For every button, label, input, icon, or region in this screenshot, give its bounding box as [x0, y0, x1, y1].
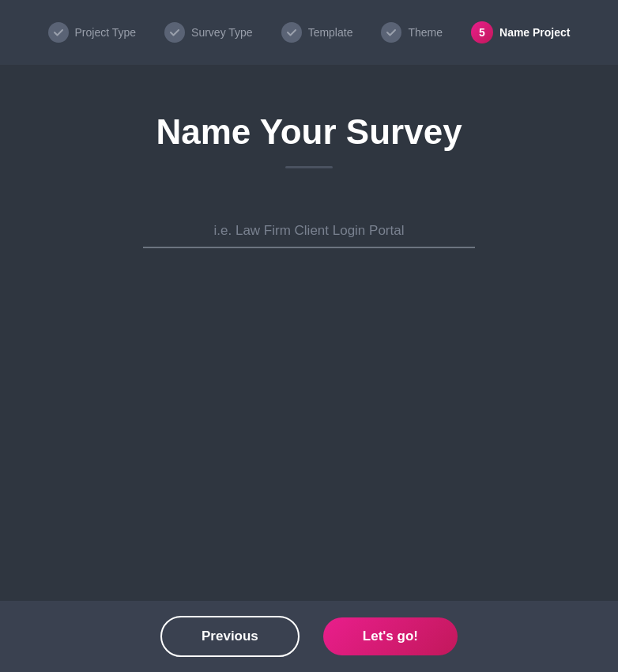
survey-name-input[interactable] [143, 216, 475, 248]
check-icon-theme [381, 22, 401, 43]
step-label-survey-type: Survey Type [191, 26, 253, 39]
step-label-name-project: Name Project [499, 26, 570, 39]
main-content: Name Your Survey [0, 65, 618, 601]
title-divider [285, 166, 333, 168]
check-icon-survey-type [164, 22, 185, 43]
step-name-project[interactable]: 5 Name Project [457, 21, 584, 43]
step-number-badge: 5 [471, 21, 493, 43]
step-survey-type[interactable]: Survey Type [150, 22, 267, 43]
step-template[interactable]: Template [267, 22, 367, 43]
step-label-project-type: Project Type [75, 26, 137, 39]
previous-button[interactable]: Previous [160, 616, 300, 657]
stepper-bar: Project Type Survey Type Template Theme … [0, 0, 618, 65]
footer-bar: Previous Let's go! [0, 601, 618, 672]
step-project-type[interactable]: Project Type [34, 22, 151, 43]
check-icon-template [281, 22, 302, 43]
letsgo-button[interactable]: Let's go! [323, 617, 458, 655]
page-title: Name Your Survey [156, 112, 462, 152]
step-theme[interactable]: Theme [367, 22, 457, 43]
step-label-theme: Theme [408, 26, 443, 39]
step-label-template: Template [308, 26, 353, 39]
check-icon-project-type [48, 22, 69, 43]
